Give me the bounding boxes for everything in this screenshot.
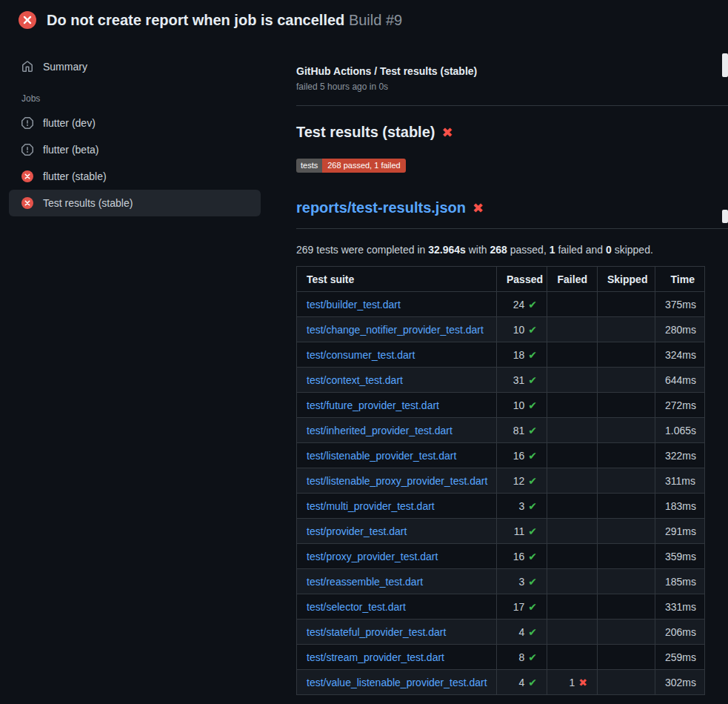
test-suite-link[interactable]: test/change_notifier_provider_test.dart — [307, 324, 484, 336]
summary-mid1: with — [466, 244, 490, 256]
passed-cell: 16✔ — [497, 443, 547, 468]
test-suite-link[interactable]: test/future_provider_test.dart — [307, 399, 439, 411]
failed-cell — [547, 317, 598, 342]
test-suite-link[interactable]: test/builder_test.dart — [307, 299, 401, 311]
run-status-line: failed 5 hours ago in 0s — [296, 82, 728, 92]
table-row: test/proxy_provider_test.dart16✔359ms — [297, 544, 705, 569]
failed-cell — [547, 468, 598, 494]
section-title: Test results (stable) — [296, 124, 435, 141]
table-header-row: Test suite Passed Failed Skipped Time — [297, 267, 705, 292]
test-suite-link[interactable]: test/provider_test.dart — [307, 525, 407, 537]
suite-cell: test/listenable_provider_test.dart — [297, 443, 497, 468]
sidebar-item-summary[interactable]: Summary — [9, 53, 261, 80]
check-icon: ✔ — [528, 299, 537, 311]
suite-cell: test/context_test.dart — [297, 368, 497, 393]
scrollbar-thumb[interactable] — [722, 53, 728, 77]
time-cell: 183ms — [655, 494, 705, 519]
suite-cell: test/consumer_test.dart — [297, 342, 497, 368]
summary-prefix: 269 tests were completed in — [296, 244, 428, 256]
check-icon: ✔ — [528, 601, 537, 613]
failed-cell — [547, 292, 598, 317]
x-circle-icon — [19, 11, 36, 29]
col-header-skipped: Skipped — [598, 267, 655, 292]
check-icon: ✔ — [528, 475, 537, 487]
test-suite-link[interactable]: test/multi_provider_test.dart — [307, 500, 435, 512]
skipped-cell — [598, 443, 655, 468]
divider — [296, 105, 728, 106]
passed-cell: 4✔ — [497, 620, 547, 645]
sidebar-item-flutter-beta[interactable]: flutter (beta) — [9, 136, 261, 163]
skipped-cell — [598, 393, 655, 418]
test-suite-link[interactable]: test/consumer_test.dart — [307, 349, 415, 361]
suite-cell: test/listenable_proxy_provider_test.dart — [297, 468, 497, 494]
time-cell: 331ms — [655, 594, 705, 620]
job-label: flutter (beta) — [43, 144, 98, 156]
report-file-link[interactable]: reports/test-results.json — [296, 199, 466, 216]
skipped-cell — [598, 519, 655, 544]
passed-cell-value: 81 — [513, 425, 525, 436]
failed-cell — [547, 544, 598, 569]
table-row: test/provider_test.dart11✔291ms — [297, 519, 705, 544]
summary-suffix: skipped. — [612, 244, 653, 256]
failed-cell — [547, 418, 598, 443]
scrollbar-thumb[interactable] — [722, 210, 728, 223]
suite-cell: test/provider_test.dart — [297, 519, 497, 544]
test-suite-link[interactable]: test/inherited_provider_test.dart — [307, 425, 453, 436]
suite-cell: test/reassemble_test.dart — [297, 569, 497, 594]
passed-cell: 17✔ — [497, 594, 547, 620]
table-row: test/future_provider_test.dart10✔272ms — [297, 393, 705, 418]
suite-cell: test/selector_test.dart — [297, 594, 497, 620]
failed-cell: 1✖ — [547, 670, 598, 695]
sidebar-item-flutter-dev[interactable]: flutter (dev) — [9, 110, 261, 136]
passed-cell: 24✔ — [497, 292, 547, 317]
job-label: flutter (stable) — [43, 170, 107, 182]
time-cell: 291ms — [655, 519, 705, 544]
skipped-cell — [598, 342, 655, 368]
job-label: flutter (dev) — [43, 117, 96, 129]
test-suite-link[interactable]: test/stream_provider_test.dart — [307, 651, 444, 663]
suite-cell: test/stream_provider_test.dart — [297, 645, 497, 670]
table-row: test/stateful_provider_test.dart4✔206ms — [297, 620, 705, 645]
test-suite-link[interactable]: test/stateful_provider_test.dart — [307, 626, 446, 638]
passed-cell: 16✔ — [497, 544, 547, 569]
main-content: GitHub Actions / Test results (stable) f… — [296, 65, 728, 695]
skipped-cell — [598, 418, 655, 443]
passed-cell: 31✔ — [497, 368, 547, 393]
time-cell: 259ms — [655, 645, 705, 670]
test-suite-link[interactable]: test/listenable_proxy_provider_test.dart — [307, 475, 487, 487]
test-suite-link[interactable]: test/selector_test.dart — [307, 601, 406, 613]
passed-cell-value: 4 — [518, 626, 524, 638]
stop-icon — [21, 117, 33, 129]
test-suite-link[interactable]: test/value_listenable_provider_test.dart — [307, 677, 487, 688]
check-icon: ✔ — [528, 349, 537, 361]
time-cell: 311ms — [655, 468, 705, 494]
failed-cell — [547, 519, 598, 544]
results-table-body: test/builder_test.dart24✔375mstest/chang… — [297, 292, 705, 695]
failed-cell — [547, 393, 598, 418]
passed-cell-value: 11 — [514, 525, 525, 537]
skipped-cell — [598, 645, 655, 670]
test-suite-link[interactable]: test/context_test.dart — [307, 374, 403, 386]
sidebar-item-flutter-stable[interactable]: flutter (stable) — [9, 163, 261, 190]
passed-cell-value: 4 — [518, 677, 524, 688]
test-suite-link[interactable]: test/proxy_provider_test.dart — [307, 551, 438, 562]
test-suite-link[interactable]: test/reassemble_test.dart — [307, 576, 423, 588]
check-icon: ✔ — [528, 576, 537, 588]
table-row: test/stream_provider_test.dart8✔259ms — [297, 645, 705, 670]
passed-cell: 12✔ — [497, 468, 547, 494]
skipped-cell — [598, 494, 655, 519]
sidebar-item-test-results-stable[interactable]: Test results (stable) — [9, 190, 261, 216]
time-cell: 185ms — [655, 569, 705, 594]
table-row: test/change_notifier_provider_test.dart1… — [297, 317, 705, 342]
page-title: Do not create report when job is cancell… — [47, 12, 344, 28]
table-row: test/selector_test.dart17✔331ms — [297, 594, 705, 620]
test-suite-link[interactable]: test/listenable_provider_test.dart — [307, 450, 456, 462]
check-icon: ✔ — [528, 374, 537, 386]
table-row: test/builder_test.dart24✔375ms — [297, 292, 705, 317]
time-cell: 206ms — [655, 620, 705, 645]
x-circle-icon — [21, 197, 33, 209]
tests-badge: tests 268 passed, 1 failed — [296, 159, 406, 173]
badge-value: 268 passed, 1 failed — [322, 159, 405, 173]
passed-cell-value: 8 — [518, 651, 524, 663]
col-header-passed: Passed — [497, 267, 547, 292]
